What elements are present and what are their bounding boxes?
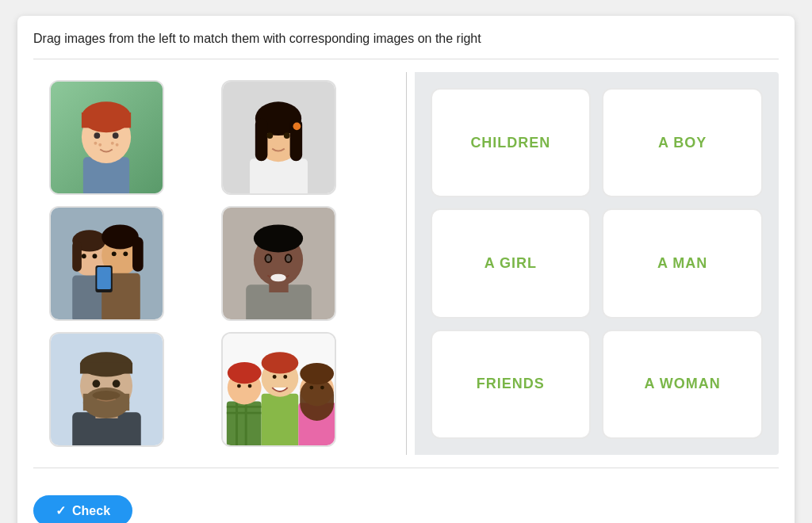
label-children[interactable]: CHILDREN <box>431 88 592 197</box>
svg-point-52 <box>93 391 121 400</box>
label-aman-text: A MAN <box>657 255 707 272</box>
svg-point-45 <box>285 255 290 262</box>
photo-bearded-man[interactable] <box>49 332 164 447</box>
svg-rect-24 <box>72 241 82 272</box>
main-area: CHILDREN A BOY A GIRL A MAN FRIENDS A WO… <box>33 72 779 455</box>
svg-point-56 <box>113 380 121 387</box>
label-awoman-text: A WOMAN <box>644 376 720 392</box>
check-button[interactable]: ✓ Check <box>33 495 132 523</box>
svg-rect-27 <box>132 237 144 272</box>
svg-rect-54 <box>80 363 132 374</box>
svg-rect-16 <box>255 119 268 161</box>
svg-point-7 <box>113 132 119 139</box>
instructions-text: Drag images from the left to match them … <box>33 32 779 59</box>
label-aboy[interactable]: A BOY <box>602 88 763 197</box>
svg-point-20 <box>284 132 290 139</box>
svg-point-11 <box>116 143 119 147</box>
svg-point-74 <box>272 375 276 379</box>
label-children-text: CHILDREN <box>470 135 550 151</box>
svg-point-72 <box>237 384 241 388</box>
label-agirl-text: A GIRL <box>485 255 537 272</box>
svg-point-76 <box>309 386 313 390</box>
check-icon: ✓ <box>56 503 66 518</box>
svg-point-40 <box>254 224 303 252</box>
svg-rect-13 <box>250 158 308 193</box>
label-friends-text: FRIENDS <box>477 376 545 392</box>
photo-girl[interactable] <box>221 80 336 195</box>
panel-divider <box>406 72 407 455</box>
svg-point-73 <box>247 384 251 388</box>
check-button-label: Check <box>72 504 110 518</box>
label-aboy-text: A BOY <box>658 135 707 151</box>
label-awoman[interactable]: A WOMAN <box>602 330 763 439</box>
svg-point-75 <box>283 375 287 379</box>
photo-boy[interactable] <box>49 80 164 195</box>
svg-point-19 <box>266 132 273 139</box>
svg-rect-5 <box>82 113 131 128</box>
svg-point-8 <box>94 142 97 145</box>
photo-two-women[interactable] <box>49 206 164 321</box>
svg-point-32 <box>82 254 86 258</box>
photo-black-woman[interactable] <box>221 206 336 321</box>
label-agirl[interactable]: A GIRL <box>431 208 592 318</box>
photo-three-children[interactable] <box>221 332 336 447</box>
svg-point-77 <box>320 386 324 390</box>
svg-point-18 <box>293 123 301 131</box>
svg-rect-65 <box>261 394 298 445</box>
svg-point-64 <box>228 362 262 384</box>
svg-point-55 <box>93 380 101 387</box>
svg-point-44 <box>266 255 270 262</box>
label-friends[interactable]: FRIENDS <box>431 330 592 439</box>
svg-point-10 <box>111 142 114 145</box>
svg-point-71 <box>300 363 334 384</box>
svg-point-34 <box>112 251 117 256</box>
svg-point-35 <box>123 251 128 256</box>
svg-point-41 <box>270 274 285 282</box>
svg-point-9 <box>98 143 102 147</box>
svg-point-67 <box>261 352 298 373</box>
left-panel <box>33 72 398 455</box>
svg-point-33 <box>93 254 98 258</box>
right-panel: CHILDREN A BOY A GIRL A MAN FRIENDS A WO… <box>415 72 779 455</box>
label-aman[interactable]: A MAN <box>602 208 763 318</box>
activity-card: Drag images from the left to match them … <box>17 16 795 523</box>
svg-rect-70 <box>300 378 334 420</box>
svg-rect-58 <box>227 402 262 445</box>
svg-point-6 <box>94 132 100 139</box>
svg-rect-31 <box>97 267 111 289</box>
bottom-bar: ✓ Check <box>33 468 779 523</box>
